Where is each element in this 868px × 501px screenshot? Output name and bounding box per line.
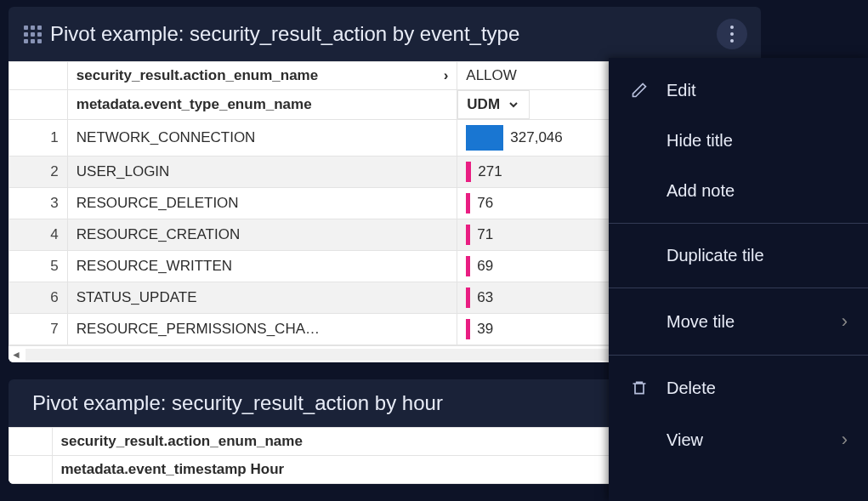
column-header-dimension[interactable]: security_result.action_enum_name›: [67, 62, 457, 90]
pencil-icon: [629, 80, 650, 100]
column-header-udm-allow[interactable]: UDM: [457, 90, 530, 119]
data-bar-icon: [466, 193, 470, 213]
column-header-event-type[interactable]: metadata.event_type_enum_name: [67, 90, 457, 120]
tile-header: Pivot example: security_result_action by…: [9, 7, 761, 61]
data-bar-icon: [466, 319, 470, 339]
tile-menu-button[interactable]: [717, 19, 747, 49]
tile-title: Pivot example: security_result_action by…: [50, 22, 717, 46]
menu-item-move[interactable]: Move tile: [609, 295, 868, 348]
column-header-timestamp[interactable]: metadata.event_timestamp Hour: [52, 456, 632, 484]
data-bar-icon: [466, 256, 470, 276]
scroll-left-icon[interactable]: ◄: [9, 347, 24, 362]
menu-item-edit[interactable]: Edit: [609, 65, 868, 116]
menu-item-add-note[interactable]: Add note: [609, 166, 868, 216]
menu-item-view[interactable]: View: [609, 413, 868, 466]
menu-item-delete[interactable]: Delete: [609, 362, 868, 413]
data-bar-icon: [466, 225, 470, 245]
menu-item-duplicate[interactable]: Duplicate tile: [609, 231, 868, 281]
tile-context-menu: Edit Hide title Add note Duplicate tile …: [609, 58, 868, 501]
menu-item-hide-title[interactable]: Hide title: [609, 116, 868, 166]
trash-icon: [629, 378, 650, 398]
drag-handle-icon[interactable]: [22, 24, 43, 45]
column-header-dimension[interactable]: security_result.action_enum_name›: [52, 428, 632, 456]
data-bar-icon: [466, 288, 470, 308]
data-bar-icon: [466, 162, 471, 182]
data-bar-icon: [466, 125, 503, 151]
